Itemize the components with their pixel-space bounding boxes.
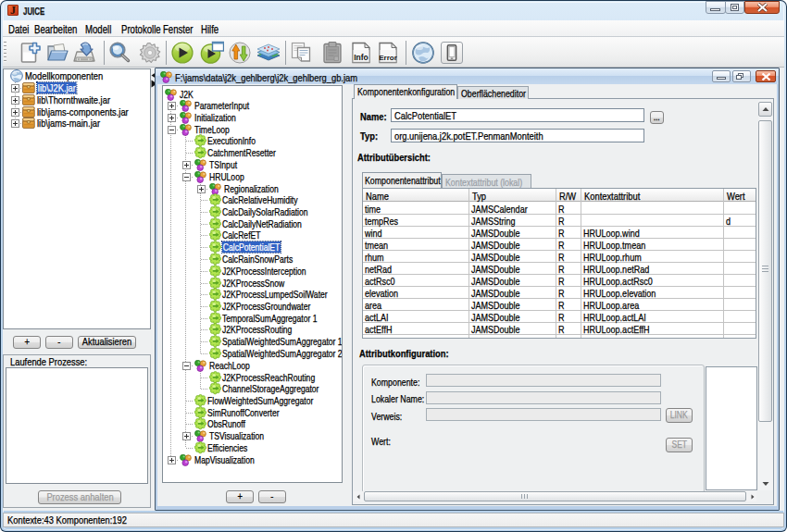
svg-text:Info: Info	[354, 53, 369, 62]
svg-text:Error: Error	[379, 54, 397, 62]
